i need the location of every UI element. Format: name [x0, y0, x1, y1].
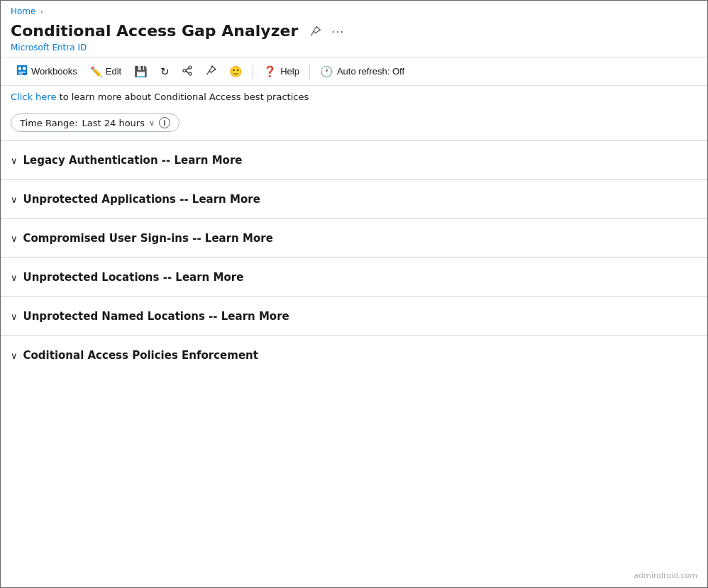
- refresh-button[interactable]: ↻: [155, 62, 175, 81]
- chevron-icon-ca-enforcement: ∨: [11, 350, 18, 361]
- workbooks-button[interactable]: Workbooks: [11, 62, 83, 81]
- chevron-icon-unprotected-apps: ∨: [11, 194, 18, 205]
- section-unprotected-apps-label: Unprotected Applications -- Learn More: [23, 193, 260, 206]
- toolbar-separator-2: [309, 65, 310, 79]
- section-compromised-signins-label: Compromised User Sign-ins -- Learn More: [23, 232, 273, 245]
- section-compromised-signins[interactable]: ∨ Compromised User Sign-ins -- Learn Mor…: [1, 219, 707, 257]
- svg-rect-5: [18, 74, 23, 75]
- time-range-row: Time Range: Last 24 hours ∨ i: [1, 108, 707, 140]
- svg-line-10: [186, 70, 189, 73]
- edit-button[interactable]: ✏️ Edit: [84, 63, 127, 80]
- svg-point-7: [189, 72, 192, 75]
- page-header: Conditional Access Gap Analyzer ···: [1, 19, 707, 41]
- help-label: Help: [280, 66, 299, 77]
- breadcrumb-separator: ›: [40, 7, 43, 16]
- info-bar-text: to learn more about Conditional Access b…: [56, 91, 309, 102]
- edit-label: Edit: [106, 66, 121, 77]
- main-container: Home › Conditional Access Gap Analyzer ·…: [0, 0, 708, 588]
- share-button[interactable]: [177, 62, 199, 81]
- refresh-icon: ↻: [160, 65, 170, 78]
- chevron-icon-unprotected-locations: ∨: [11, 272, 18, 283]
- svg-point-8: [183, 69, 186, 72]
- section-unprotected-locations[interactable]: ∨ Unprotected Locations -- Learn More: [1, 258, 707, 296]
- autorefresh-button[interactable]: 🕐 Auto refresh: Off: [314, 62, 410, 81]
- svg-rect-2: [18, 67, 21, 70]
- time-range-pill[interactable]: Time Range: Last 24 hours ∨ i: [11, 113, 179, 132]
- chevron-down-icon: ∨: [149, 118, 155, 128]
- learn-more-link[interactable]: Click here: [11, 91, 56, 102]
- time-range-value: Last 24 hours: [82, 118, 145, 128]
- page-title: Conditional Access Gap Analyzer: [11, 22, 298, 40]
- breadcrumb-home-link[interactable]: Home: [11, 6, 35, 16]
- svg-rect-4: [18, 72, 26, 73]
- svg-line-11: [207, 71, 210, 75]
- breadcrumb: Home ›: [1, 1, 707, 19]
- svg-line-0: [311, 31, 314, 36]
- help-icon: ❓: [263, 65, 277, 78]
- watermark: admindroid.com: [634, 571, 698, 580]
- toolbar-pin-icon: [206, 65, 216, 78]
- help-button[interactable]: ❓ Help: [258, 62, 305, 81]
- toolbar: Workbooks ✏️ Edit 💾 ↻: [1, 57, 707, 86]
- autorefresh-icon: 🕐: [320, 65, 333, 78]
- info-icon: i: [159, 117, 170, 128]
- autorefresh-label: Auto refresh: Off: [337, 66, 404, 77]
- chevron-icon-compromised-signins: ∨: [11, 233, 18, 244]
- chevron-icon-unprotected-named: ∨: [11, 311, 18, 322]
- workbooks-icon: [16, 65, 28, 78]
- section-unprotected-locations-label: Unprotected Locations -- Learn More: [23, 271, 244, 284]
- time-range-label: Time Range:: [20, 118, 78, 128]
- section-unprotected-apps[interactable]: ∨ Unprotected Applications -- Learn More: [1, 180, 707, 218]
- section-legacy-auth-label: Legacy Authentication -- Learn More: [23, 154, 243, 167]
- save-icon: 💾: [134, 65, 148, 78]
- header-actions: ···: [308, 23, 346, 39]
- feedback-icon: 🙂: [229, 65, 243, 78]
- workbooks-label: Workbooks: [31, 66, 77, 77]
- section-ca-enforcement-label: Coditional Access Policies Enforcement: [23, 349, 258, 362]
- svg-point-6: [189, 66, 192, 69]
- svg-line-9: [186, 67, 189, 70]
- toolbar-separator: [253, 65, 253, 79]
- section-unprotected-named-label: Unprotected Named Locations -- Learn Mor…: [23, 310, 289, 323]
- more-options-button[interactable]: ···: [329, 23, 346, 39]
- share-icon: [182, 65, 193, 78]
- section-ca-enforcement[interactable]: ∨ Coditional Access Policies Enforcement: [1, 336, 707, 375]
- section-unprotected-named[interactable]: ∨ Unprotected Named Locations -- Learn M…: [1, 297, 707, 335]
- edit-icon: ✏️: [90, 66, 102, 77]
- section-legacy-auth[interactable]: ∨ Legacy Authentication -- Learn More: [1, 141, 707, 179]
- subtitle[interactable]: Microsoft Entra ID: [1, 41, 707, 57]
- feedback-button[interactable]: 🙂: [223, 62, 248, 81]
- info-bar: Click here to learn more about Condition…: [1, 86, 707, 108]
- toolbar-pin-button[interactable]: [200, 62, 222, 81]
- svg-rect-3: [23, 67, 26, 70]
- pin-button[interactable]: [308, 24, 323, 38]
- save-button[interactable]: 💾: [128, 62, 153, 81]
- chevron-icon-legacy-auth: ∨: [11, 155, 18, 166]
